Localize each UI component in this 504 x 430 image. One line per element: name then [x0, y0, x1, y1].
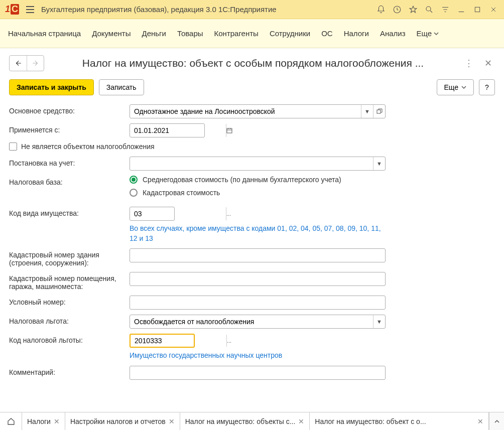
tab-label: Налог на имущество: объект с о... — [315, 417, 474, 425]
tab-close-icon[interactable]: ✕ — [477, 417, 483, 425]
cond-num-input[interactable] — [130, 296, 385, 309]
svg-point-1 — [426, 7, 431, 11]
date-input[interactable] — [130, 124, 226, 137]
os-label: Основное средство: — [9, 104, 130, 115]
menu-item[interactable]: Деньги — [142, 29, 166, 38]
cond-num-group — [130, 296, 386, 310]
tab[interactable]: Налог на имущество: объекты с... ✕ — [180, 412, 310, 430]
tab-label: Налог на имущество: объекты с... — [185, 417, 296, 425]
tab-close-icon[interactable]: ✕ — [298, 417, 304, 425]
tab-label: Настройки налогов и отчетов — [70, 417, 166, 425]
base-opt1-label: Среднегодовая стоимость (по данным бухга… — [143, 176, 341, 184]
benefit-code-input[interactable] — [131, 335, 226, 347]
not-object-row: Не является объектом налогообложения — [9, 142, 495, 151]
bottom-tabs: Налоги ✕ Настройки налогов и отчетов ✕ Н… — [0, 412, 504, 430]
cond-num-label: Условный номер: — [9, 296, 130, 306]
history-icon[interactable] — [390, 2, 405, 17]
not-object-label: Не является объектом налогообложения — [21, 142, 155, 151]
ellipsis-icon[interactable]: ... — [226, 207, 231, 220]
base-opt2-radio[interactable] — [130, 189, 138, 197]
app-title: Бухгалтерия предприятия (базовая), редак… — [41, 5, 373, 14]
cad-room-group — [130, 272, 386, 286]
reg-input[interactable] — [130, 157, 373, 170]
menu-more-label: Еще — [417, 29, 432, 38]
menu-item[interactable]: Анализ — [380, 29, 406, 38]
page-close-icon[interactable]: ✕ — [481, 56, 495, 70]
date-label: Применяется с: — [9, 123, 130, 134]
tab-active[interactable]: Налог на имущество: объект с о... ✕ — [310, 412, 489, 430]
base-opt1-radio[interactable] — [130, 176, 138, 184]
window-minimize-icon[interactable] — [454, 2, 469, 17]
comment-input[interactable] — [130, 366, 385, 379]
dropdown-icon[interactable]: ▼ — [373, 315, 385, 328]
benefit-code-label: Код налоговой льготы: — [9, 334, 130, 344]
kind-input[interactable] — [130, 207, 226, 220]
nav-back-button[interactable] — [10, 56, 27, 71]
kind-input-group: ... — [130, 207, 175, 221]
menu-item[interactable]: ОС — [321, 29, 333, 38]
base-opt2-label: Кадастровая стоимость — [143, 189, 220, 197]
cad-building-label: Кадастровый номер здания (строения, соор… — [9, 248, 130, 267]
page-menu-icon[interactable]: ⋮ — [462, 56, 476, 70]
cad-building-input[interactable] — [130, 249, 385, 262]
tabs-scroll-up-icon[interactable] — [489, 412, 504, 430]
base-opt2-row: Кадастровая стоимость — [130, 189, 495, 197]
save-button[interactable]: Записать — [99, 79, 144, 95]
open-ref-icon[interactable] — [373, 105, 385, 118]
svg-rect-3 — [377, 110, 381, 113]
menu-item[interactable]: Налоги — [344, 29, 369, 38]
os-input-group: ▼ — [130, 104, 386, 118]
dropdown-icon[interactable]: ▼ — [373, 157, 385, 170]
menu-item[interactable]: Документы — [92, 29, 131, 38]
tab-home[interactable] — [0, 412, 22, 430]
svg-rect-2 — [475, 7, 479, 12]
reg-label: Постановка на учет: — [9, 157, 130, 167]
toolbar: Записать и закрыть Записать Еще ? — [0, 73, 504, 102]
bell-icon[interactable] — [373, 2, 389, 17]
cad-building-group — [130, 248, 386, 262]
dropdown-icon[interactable]: ▼ — [361, 105, 373, 118]
filter-icon[interactable] — [438, 2, 453, 17]
tab-close-icon[interactable]: ✕ — [169, 417, 175, 425]
form-header: Налог на имущество: объект с особым поря… — [0, 48, 504, 73]
os-input[interactable] — [130, 105, 361, 118]
save-close-button[interactable]: Записать и закрыть — [9, 79, 94, 95]
window-maximize-icon[interactable] — [470, 2, 485, 17]
not-object-checkbox[interactable] — [9, 142, 17, 151]
page-title: Налог на имущество: объект с особым поря… — [49, 57, 457, 69]
chevron-down-icon — [461, 85, 466, 90]
window-close-icon[interactable] — [486, 2, 501, 17]
titlebar: 1С Бухгалтерия предприятия (базовая), ре… — [0, 0, 504, 19]
tab[interactable]: Настройки налогов и отчетов ✕ — [65, 412, 180, 430]
comment-label: Комментарий: — [9, 366, 130, 376]
base-label: Налоговая база: — [9, 176, 130, 186]
nav-forward-button[interactable] — [27, 56, 44, 71]
benefit-code-hint: Имущество государственных научных центро… — [130, 351, 495, 361]
menu-toggle-icon[interactable] — [23, 3, 37, 17]
menu-more[interactable]: Еще — [417, 29, 439, 38]
svg-rect-4 — [227, 128, 232, 133]
search-icon[interactable] — [422, 2, 437, 17]
menu-item[interactable]: Контрагенты — [214, 29, 259, 38]
menu-item[interactable]: Сотрудники — [270, 29, 310, 38]
title-actions — [373, 2, 501, 17]
ellipsis-icon[interactable]: ... — [226, 335, 231, 347]
menubar: Начальная страница Документы Деньги Това… — [0, 19, 504, 48]
tab-close-icon[interactable]: ✕ — [54, 417, 60, 425]
home-icon — [7, 417, 15, 425]
more-button[interactable]: Еще — [437, 79, 474, 95]
cad-room-label: Кадастровый номер помещения, гаража, маш… — [9, 272, 130, 291]
more-label: Еще — [444, 83, 459, 91]
calendar-icon[interactable] — [226, 124, 232, 137]
kind-hint: Во всех случаях, кроме имущества с кодам… — [130, 224, 386, 243]
benefit-group: ▼ — [130, 315, 386, 329]
help-button[interactable]: ? — [479, 79, 495, 95]
menu-item[interactable]: Товары — [177, 29, 203, 38]
cad-room-input[interactable] — [130, 272, 385, 285]
logo-1c: 1С — [5, 4, 19, 15]
chevron-down-icon — [434, 31, 439, 36]
menu-item[interactable]: Начальная страница — [8, 29, 81, 38]
tab[interactable]: Налоги ✕ — [22, 412, 65, 430]
benefit-input[interactable] — [130, 315, 373, 328]
star-icon[interactable] — [406, 2, 421, 17]
